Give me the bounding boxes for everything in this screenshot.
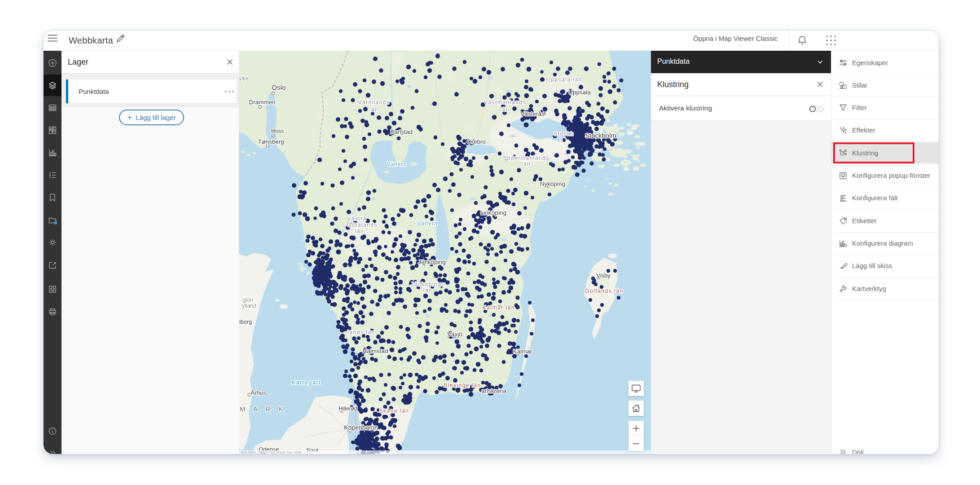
- svg-text:Kalmar: Kalmar: [513, 348, 532, 355]
- svg-text:län: län: [423, 287, 433, 293]
- svg-text:n: n: [559, 137, 563, 143]
- svg-text:Gotlands län: Gotlands län: [585, 288, 623, 294]
- svg-text:Linköping: Linköping: [480, 209, 506, 216]
- svg-text:ylland: ylland: [242, 303, 256, 309]
- svg-text:Västra: Västra: [347, 216, 367, 222]
- svg-text:Södermanlands: Södermanlands: [503, 155, 549, 161]
- svg-text:Jönköpings: Jönköpings: [411, 281, 445, 287]
- svg-text:Uppsala: Uppsala: [568, 89, 591, 96]
- svg-text:Jönköping: Jönköping: [418, 259, 446, 265]
- svg-text:län: län: [355, 228, 365, 234]
- svg-text:glon: glon: [243, 297, 253, 303]
- svg-text:M A R K: M A R K: [240, 405, 286, 413]
- svg-text:Västerås: Västerås: [520, 110, 545, 117]
- svg-text:Västmanlands: Västmanlands: [484, 99, 526, 106]
- svg-text:Halmstad: Halmstad: [362, 348, 388, 354]
- svg-text:Götalands: Götalands: [347, 222, 378, 228]
- svg-text:Vänern: Vänern: [387, 161, 407, 168]
- svg-text:Stockh: Stockh: [554, 131, 574, 137]
- svg-text:Esri, HERE, Garmin, FAO, NOAA: Esri, HERE, Garmin, FAO, NOAA | Esri, HE…: [242, 451, 302, 454]
- svg-text:Kalmar län: Kalmar län: [483, 304, 515, 311]
- svg-text:Kattegatt: Kattegatt: [291, 379, 321, 386]
- svg-text:Stockholm: Stockholm: [585, 132, 616, 139]
- svg-text:län: län: [522, 161, 531, 167]
- svg-text:Uppsala län: Uppsala län: [546, 76, 582, 83]
- svg-text:Nyköping: Nyköping: [540, 181, 565, 187]
- svg-text:Växjö: Växjö: [447, 331, 462, 338]
- svg-text:län: län: [501, 106, 510, 113]
- svg-text:Hillerød: Hillerød: [338, 406, 357, 412]
- svg-text:Köpenhamn: Köpenhamn: [344, 424, 378, 431]
- svg-text:arlskrona: arlskrona: [481, 388, 506, 394]
- svg-text:Örebro: Örebro: [467, 138, 486, 145]
- svg-text:Blekinge län: Blekinge län: [444, 382, 481, 388]
- svg-text:Tønsberg: Tønsberg: [258, 138, 284, 145]
- svg-text:Oslo: Oslo: [272, 84, 286, 91]
- svg-text:Skåne län: Skåne län: [379, 408, 409, 414]
- svg-text:Karlstad: Karlstad: [390, 128, 413, 135]
- svg-text:Moss: Moss: [271, 128, 284, 134]
- svg-text:Visby: Visby: [596, 272, 611, 279]
- svg-text:Drammen: Drammen: [249, 99, 275, 106]
- svg-text:lands län: lands län: [347, 329, 375, 335]
- svg-text:län: län: [369, 106, 379, 113]
- svg-text:lborg: lborg: [239, 319, 252, 325]
- svg-text:Vättern: Vättern: [417, 220, 438, 227]
- svg-text:Århus: Århus: [250, 389, 267, 396]
- svg-text:Värmlands: Värmlands: [358, 99, 390, 106]
- svg-text:ylke: ylke: [239, 75, 249, 82]
